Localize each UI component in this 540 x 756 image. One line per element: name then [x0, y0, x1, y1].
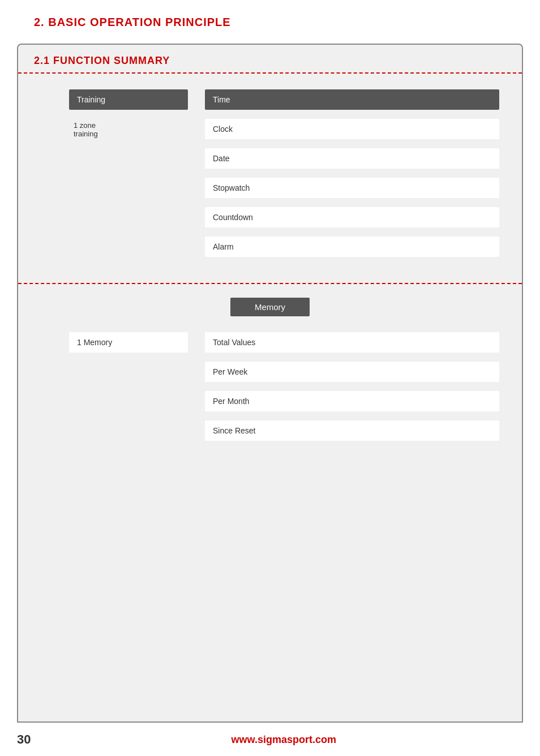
page-container: 2. BASIC OPERATION PRINCIPLE 2.1 FUNCTIO… [0, 0, 540, 756]
training-sub1: 1 zone training [74, 119, 188, 140]
memory-layout: 1 Memory Total Values Per Week Per Month… [18, 332, 522, 450]
memory-dashed-divider [18, 283, 522, 284]
memory-since-reset-box: Since Reset [205, 420, 499, 441]
memory-per-week-box: Per Week [205, 362, 499, 382]
memory-header-row: Memory [18, 298, 522, 316]
page-footer: 30 www.sigmasport.com [0, 723, 540, 756]
page-number: 30 [17, 732, 31, 747]
time-stopwatch-box: Stopwatch [205, 178, 499, 198]
memory-per-month-box: Per Month [205, 391, 499, 411]
time-alarm-box: Alarm [205, 237, 499, 257]
time-clock-box: Clock [205, 119, 499, 139]
memory-left-column: 1 Memory [41, 332, 188, 362]
time-column: Time Clock Date Stopwatch Countdown Alar… [188, 89, 499, 266]
memory-right-column: Total Values Per Week Per Month Since Re… [188, 332, 499, 450]
training-header-box: Training [69, 89, 188, 110]
card-inner: 2.1 FUNCTION SUMMARY Training 1 zone tra… [18, 45, 522, 472]
main-card: 2.1 FUNCTION SUMMARY Training 1 zone tra… [17, 44, 523, 723]
time-countdown-box: Countdown [205, 207, 499, 227]
memory-total-values-box: Total Values [205, 332, 499, 353]
time-header-box: Time [205, 89, 499, 110]
time-date-box: Date [205, 148, 499, 169]
training-column: Training 1 zone training [41, 89, 188, 140]
page-header: 2. BASIC OPERATION PRINCIPLE [0, 0, 540, 38]
section-title: 2.1 FUNCTION SUMMARY [18, 45, 522, 72]
memory-header-box: Memory [230, 298, 310, 316]
memory-1-box: 1 Memory [69, 332, 188, 353]
training-time-block: Training 1 zone training Time Clock Date… [18, 74, 522, 266]
footer-url: www.sigmasport.com [44, 734, 523, 746]
page-title: 2. BASIC OPERATION PRINCIPLE [34, 16, 506, 29]
